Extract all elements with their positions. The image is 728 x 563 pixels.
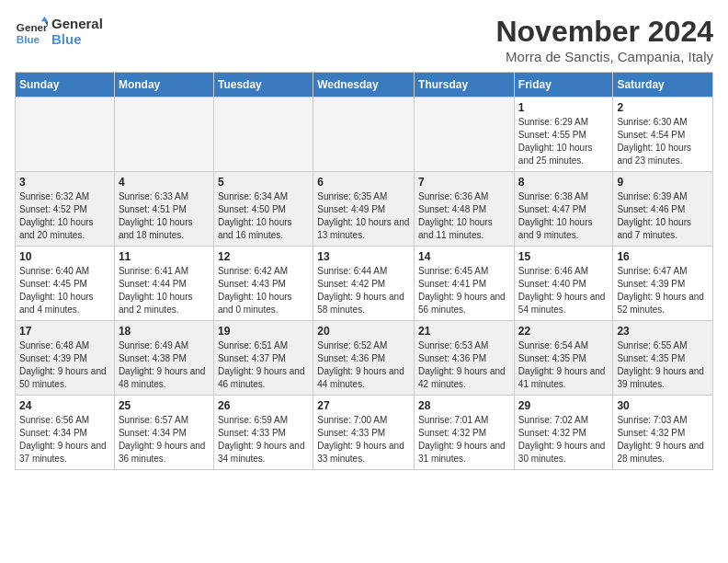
day-number: 19: [218, 325, 309, 338]
calendar-cell: 27Sunrise: 7:00 AM Sunset: 4:33 PM Dayli…: [313, 396, 415, 470]
day-number: 20: [317, 325, 410, 338]
calendar-cell: 28Sunrise: 7:01 AM Sunset: 4:32 PM Dayli…: [415, 396, 515, 470]
day-number: 14: [418, 250, 510, 263]
day-header-sunday: Sunday: [16, 73, 115, 98]
day-number: 23: [617, 325, 709, 338]
day-number: 1: [518, 101, 609, 114]
day-info: Sunrise: 7:02 AM Sunset: 4:32 PM Dayligh…: [518, 414, 609, 465]
day-number: 24: [19, 399, 110, 412]
day-info: Sunrise: 6:41 AM Sunset: 4:44 PM Dayligh…: [119, 265, 210, 316]
day-header-tuesday: Tuesday: [213, 73, 313, 98]
day-info: Sunrise: 6:33 AM Sunset: 4:51 PM Dayligh…: [119, 190, 210, 242]
calendar-week-2: 3Sunrise: 6:32 AM Sunset: 4:52 PM Daylig…: [16, 172, 713, 247]
day-info: Sunrise: 6:36 AM Sunset: 4:48 PM Dayligh…: [418, 190, 510, 242]
day-info: Sunrise: 6:29 AM Sunset: 4:55 PM Dayligh…: [518, 116, 609, 167]
day-header-wednesday: Wednesday: [313, 73, 415, 98]
day-number: 11: [119, 250, 210, 263]
calendar-cell: 10Sunrise: 6:40 AM Sunset: 4:45 PM Dayli…: [16, 247, 115, 321]
calendar-week-3: 10Sunrise: 6:40 AM Sunset: 4:45 PM Dayli…: [16, 247, 713, 321]
svg-marker-2: [41, 17, 48, 21]
day-number: 2: [617, 101, 709, 114]
calendar-cell: 16Sunrise: 6:47 AM Sunset: 4:39 PM Dayli…: [613, 247, 713, 321]
day-info: Sunrise: 6:48 AM Sunset: 4:39 PM Dayligh…: [19, 339, 110, 391]
day-number: 12: [218, 250, 309, 263]
day-number: 15: [518, 250, 609, 263]
calendar-cell: 14Sunrise: 6:45 AM Sunset: 4:41 PM Dayli…: [415, 247, 515, 321]
day-number: 13: [317, 250, 410, 263]
day-number: 26: [218, 399, 309, 412]
calendar-cell: 2Sunrise: 6:30 AM Sunset: 4:54 PM Daylig…: [613, 98, 713, 172]
day-info: Sunrise: 6:32 AM Sunset: 4:52 PM Dayligh…: [19, 190, 110, 242]
calendar-cell: 26Sunrise: 6:59 AM Sunset: 4:33 PM Dayli…: [213, 396, 313, 470]
day-info: Sunrise: 6:42 AM Sunset: 4:43 PM Dayligh…: [218, 265, 309, 316]
calendar-cell: 6Sunrise: 6:35 AM Sunset: 4:49 PM Daylig…: [313, 172, 415, 247]
calendar-cell: 17Sunrise: 6:48 AM Sunset: 4:39 PM Dayli…: [16, 321, 115, 396]
day-number: 30: [617, 399, 709, 412]
day-number: 5: [218, 176, 309, 189]
calendar-cell: 13Sunrise: 6:44 AM Sunset: 4:42 PM Dayli…: [313, 247, 415, 321]
calendar-cell: 30Sunrise: 7:03 AM Sunset: 4:32 PM Dayli…: [613, 396, 713, 470]
day-number: 3: [19, 176, 110, 189]
calendar-cell: 22Sunrise: 6:54 AM Sunset: 4:35 PM Dayli…: [514, 321, 613, 396]
calendar-cell: 4Sunrise: 6:33 AM Sunset: 4:51 PM Daylig…: [114, 172, 213, 247]
day-info: Sunrise: 7:00 AM Sunset: 4:33 PM Dayligh…: [317, 414, 410, 465]
calendar-cell: 11Sunrise: 6:41 AM Sunset: 4:44 PM Dayli…: [114, 247, 213, 321]
day-info: Sunrise: 6:55 AM Sunset: 4:35 PM Dayligh…: [617, 339, 709, 391]
day-number: 4: [119, 176, 210, 189]
calendar-cell: 1Sunrise: 6:29 AM Sunset: 4:55 PM Daylig…: [514, 98, 613, 172]
day-number: 7: [418, 176, 510, 189]
day-info: Sunrise: 6:44 AM Sunset: 4:42 PM Dayligh…: [317, 265, 410, 316]
day-info: Sunrise: 6:57 AM Sunset: 4:34 PM Dayligh…: [119, 414, 210, 465]
calendar-week-5: 24Sunrise: 6:56 AM Sunset: 4:34 PM Dayli…: [16, 396, 713, 470]
header: General Blue General Blue November 2024 …: [15, 15, 713, 64]
day-number: 10: [19, 250, 110, 263]
logo-icon: General Blue: [15, 15, 48, 48]
location: Morra de Sanctis, Campania, Italy: [495, 49, 713, 64]
day-info: Sunrise: 6:38 AM Sunset: 4:47 PM Dayligh…: [518, 190, 609, 242]
calendar-cell: 12Sunrise: 6:42 AM Sunset: 4:43 PM Dayli…: [213, 247, 313, 321]
calendar-cell: 15Sunrise: 6:46 AM Sunset: 4:40 PM Dayli…: [514, 247, 613, 321]
day-info: Sunrise: 6:56 AM Sunset: 4:34 PM Dayligh…: [19, 414, 110, 465]
day-info: Sunrise: 6:39 AM Sunset: 4:46 PM Dayligh…: [617, 190, 709, 242]
day-info: Sunrise: 6:34 AM Sunset: 4:50 PM Dayligh…: [218, 190, 309, 242]
calendar-cell: 19Sunrise: 6:51 AM Sunset: 4:37 PM Dayli…: [213, 321, 313, 396]
day-info: Sunrise: 6:35 AM Sunset: 4:49 PM Dayligh…: [317, 190, 410, 242]
svg-text:Blue: Blue: [17, 33, 40, 45]
calendar-cell: 7Sunrise: 6:36 AM Sunset: 4:48 PM Daylig…: [415, 172, 515, 247]
calendar-cell: 25Sunrise: 6:57 AM Sunset: 4:34 PM Dayli…: [114, 396, 213, 470]
logo: General Blue General Blue: [15, 15, 103, 48]
month-title: November 2024: [495, 15, 713, 49]
day-header-monday: Monday: [114, 73, 213, 98]
calendar-cell: [415, 98, 515, 172]
calendar-week-1: 1Sunrise: 6:29 AM Sunset: 4:55 PM Daylig…: [16, 98, 713, 172]
day-number: 17: [19, 325, 110, 338]
logo-general: General: [51, 16, 103, 31]
day-header-row: SundayMondayTuesdayWednesdayThursdayFrid…: [16, 73, 713, 98]
day-info: Sunrise: 7:03 AM Sunset: 4:32 PM Dayligh…: [617, 414, 709, 465]
day-header-thursday: Thursday: [415, 73, 515, 98]
day-number: 16: [617, 250, 709, 263]
day-info: Sunrise: 6:52 AM Sunset: 4:36 PM Dayligh…: [317, 339, 410, 391]
calendar-week-4: 17Sunrise: 6:48 AM Sunset: 4:39 PM Dayli…: [16, 321, 713, 396]
calendar-cell: 24Sunrise: 6:56 AM Sunset: 4:34 PM Dayli…: [16, 396, 115, 470]
day-number: 29: [518, 399, 609, 412]
day-number: 25: [119, 399, 210, 412]
day-info: Sunrise: 6:49 AM Sunset: 4:38 PM Dayligh…: [119, 339, 210, 391]
calendar-cell: [16, 98, 115, 172]
day-info: Sunrise: 6:47 AM Sunset: 4:39 PM Dayligh…: [617, 265, 709, 316]
day-info: Sunrise: 6:40 AM Sunset: 4:45 PM Dayligh…: [19, 265, 110, 316]
day-info: Sunrise: 6:30 AM Sunset: 4:54 PM Dayligh…: [617, 116, 709, 167]
calendar-cell: 18Sunrise: 6:49 AM Sunset: 4:38 PM Dayli…: [114, 321, 213, 396]
logo-blue: Blue: [51, 31, 103, 47]
calendar-cell: [213, 98, 313, 172]
calendar-cell: [313, 98, 415, 172]
day-info: Sunrise: 6:59 AM Sunset: 4:33 PM Dayligh…: [218, 414, 309, 465]
svg-text:General: General: [17, 21, 48, 33]
day-info: Sunrise: 6:53 AM Sunset: 4:36 PM Dayligh…: [418, 339, 510, 391]
day-number: 27: [317, 399, 410, 412]
calendar-cell: 5Sunrise: 6:34 AM Sunset: 4:50 PM Daylig…: [213, 172, 313, 247]
day-number: 21: [418, 325, 510, 338]
day-number: 22: [518, 325, 609, 338]
day-info: Sunrise: 7:01 AM Sunset: 4:32 PM Dayligh…: [418, 414, 510, 465]
calendar-cell: [114, 98, 213, 172]
